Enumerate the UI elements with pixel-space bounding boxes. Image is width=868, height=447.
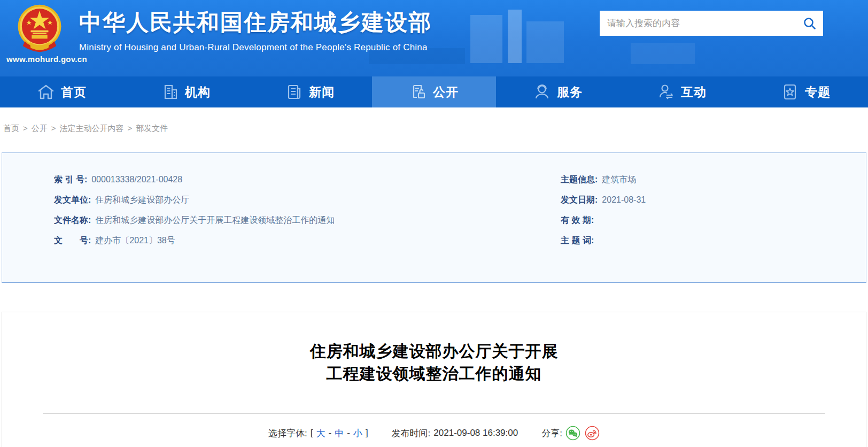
nav-label: 首页: [61, 84, 87, 101]
nav-item-interaction[interactable]: 互动: [620, 76, 744, 107]
breadcrumb-separator: >: [128, 124, 133, 133]
nav-item-disclosure[interactable]: 公开: [372, 76, 496, 107]
meta-label: 主题信息:: [561, 174, 598, 186]
font-size-label: 选择字体:: [268, 427, 307, 440]
nav-label: 专题: [805, 84, 831, 101]
meta-row-topic-info: 主题信息: 建筑市场: [561, 169, 866, 190]
breadcrumb-separator: >: [23, 124, 28, 133]
meta-value: 2021-08-31: [602, 195, 646, 205]
meta-row-index-number: 索 引 号: 000013338/2021-00428: [54, 169, 547, 190]
meta-label: 发文单位:: [54, 195, 91, 206]
meta-value: 建筑市场: [602, 174, 636, 186]
font-size-dash: -: [329, 428, 332, 438]
nav-label: 互动: [681, 84, 707, 101]
meta-label: 发文日期:: [561, 195, 598, 206]
share-weibo-icon[interactable]: [585, 426, 600, 441]
service-headset-icon: [533, 83, 551, 101]
interaction-icon: [657, 83, 675, 101]
nav-item-home[interactable]: 首页: [0, 76, 124, 107]
article-title: 住房和城乡建设部办公厅关于开展 工程建设领域整治工作的通知: [2, 340, 866, 385]
document-metadata-box: 索 引 号: 000013338/2021-00428 发文单位: 住房和城乡建…: [2, 152, 866, 283]
meta-value: 建办市〔2021〕38号: [95, 235, 175, 246]
font-size-dash: -: [347, 428, 350, 438]
breadcrumb-ministry-documents[interactable]: 部发文件: [136, 124, 168, 134]
article-box: 住房和城乡建设部办公厅关于开展 工程建设领域整治工作的通知 选择字体: [ 大 …: [2, 312, 866, 447]
header-photo-texture: [470, 15, 502, 63]
main-nav: 首页 机构 新闻 公开 服务: [0, 76, 868, 107]
meta-row-issue-date: 发文日期: 2021-08-31: [561, 190, 866, 210]
font-size-selector: 选择字体: [ 大 - 中 - 小 ]: [268, 427, 368, 440]
meta-row-validity: 有 效 期:: [561, 210, 866, 230]
breadcrumb-separator: >: [51, 124, 56, 133]
nav-label: 机构: [185, 84, 211, 101]
nav-label: 服务: [557, 84, 583, 101]
topics-star-icon: [781, 83, 799, 101]
nav-item-news[interactable]: 新闻: [248, 76, 372, 107]
breadcrumb-statutory-content[interactable]: 法定主动公开内容: [60, 124, 124, 134]
search-icon: [803, 17, 817, 30]
share-group: 分享:: [541, 426, 600, 441]
publish-time-value: 2021-09-08 16:39:00: [433, 428, 518, 438]
meta-row-document-title: 文件名称: 住房和城乡建设部办公厅关于开展工程建设领域整治工作的通知: [54, 210, 547, 230]
share-wechat-icon[interactable]: [565, 426, 580, 441]
article-title-line1: 住房和城乡建设部办公厅关于开展: [310, 342, 559, 360]
font-size-large-link[interactable]: 大: [316, 427, 326, 440]
meta-row-issuing-agency: 发文单位: 住房和城乡建设部办公厅: [54, 190, 547, 210]
share-label: 分享:: [541, 427, 562, 440]
header-photo-texture: [508, 10, 522, 63]
publish-time-label: 发布时间:: [392, 427, 431, 440]
meta-label: 文件名称:: [54, 215, 91, 226]
site-title-english: Ministry of Housing and Urban-Rural Deve…: [79, 42, 432, 53]
nav-item-services[interactable]: 服务: [496, 76, 620, 107]
home-icon: [37, 83, 55, 101]
building-icon: [161, 83, 179, 101]
article-title-line2: 工程建设领域整治工作的通知: [327, 365, 542, 382]
meta-label: 文 号:: [54, 235, 91, 246]
site-header: www.mohurd.gov.cn 中华人民共和国住房和城乡建设部 Minist…: [0, 0, 868, 76]
search-input[interactable]: [600, 11, 796, 36]
meta-value: 住房和城乡建设部办公厅: [95, 195, 189, 206]
breadcrumb-home[interactable]: 首页: [3, 124, 19, 134]
header-photo-texture: [526, 21, 564, 63]
font-size-small-link[interactable]: 小: [353, 427, 362, 440]
breadcrumb-disclosure[interactable]: 公开: [32, 124, 48, 134]
disclosure-icon: [409, 83, 427, 101]
meta-value: 000013338/2021-00428: [91, 175, 182, 184]
news-icon: [285, 83, 303, 101]
meta-row-document-number: 文 号: 建办市〔2021〕38号: [54, 230, 547, 251]
meta-value: 住房和城乡建设部办公厅关于开展工程建设领域整治工作的通知: [95, 215, 335, 226]
breadcrumb: 首页 > 公开 > 法定主动公开内容 > 部发文件: [0, 107, 868, 152]
nav-item-organization[interactable]: 机构: [124, 76, 248, 107]
bracket-close: ]: [366, 428, 368, 438]
nav-label: 公开: [433, 84, 459, 101]
site-title-chinese: 中华人民共和国住房和城乡建设部: [79, 7, 432, 37]
meta-label: 主 题 词:: [561, 235, 594, 246]
meta-label: 有 效 期:: [561, 215, 594, 226]
publish-time-group: 发布时间: 2021-09-08 16:39:00: [392, 427, 518, 440]
article-toolbar: 选择字体: [ 大 - 中 - 小 ] 发布时间: 2021-09-08 16:…: [2, 414, 866, 441]
meta-label: 索 引 号:: [54, 174, 87, 186]
font-size-medium-link[interactable]: 中: [335, 427, 344, 440]
bracket-open: [: [311, 428, 313, 438]
nav-item-topics[interactable]: 专题: [744, 76, 868, 107]
nav-label: 新闻: [309, 84, 335, 101]
national-emblem-logo: [15, 3, 64, 54]
search-button[interactable]: [796, 11, 823, 36]
meta-row-keywords: 主 题 词:: [561, 230, 866, 251]
header-photo-texture: [631, 43, 695, 64]
search-box: [600, 11, 823, 36]
site-url: www.mohurd.gov.cn: [6, 55, 87, 64]
